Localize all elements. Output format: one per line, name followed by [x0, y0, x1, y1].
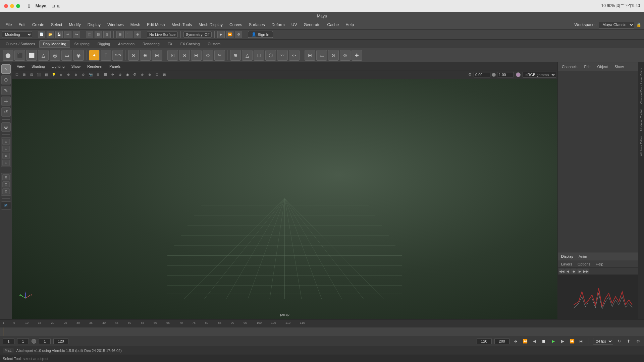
- vp-gamma-select[interactable]: sRGB gamma: [523, 72, 556, 78]
- snap-grid-btn[interactable]: ⊞: [116, 31, 124, 38]
- snap-curve-btn[interactable]: ⌒: [125, 31, 132, 38]
- vp-grid-btn[interactable]: ⊞: [95, 71, 101, 78]
- layer-nav-first-btn[interactable]: ◀◀: [559, 268, 565, 274]
- shelf-torus-icon[interactable]: ◎: [50, 50, 60, 61]
- shelf-tab-fx[interactable]: FX: [164, 40, 176, 48]
- undo-btn[interactable]: ↩: [64, 31, 71, 38]
- playback-btn-prev-frame[interactable]: ◀: [531, 338, 538, 345]
- shelf-disk-icon[interactable]: ◉: [73, 50, 84, 61]
- playback-btn-next-key[interactable]: ⏩: [569, 338, 575, 345]
- menu-windows[interactable]: Windows: [105, 22, 126, 28]
- shelf-cut-icon[interactable]: ✂: [214, 50, 225, 61]
- menu-uv[interactable]: UV: [289, 22, 300, 28]
- select-by-component-btn[interactable]: ⊡: [95, 31, 102, 38]
- ipr-btn[interactable]: ⏩: [226, 31, 233, 38]
- menu-mesh-display[interactable]: Mesh Display: [196, 22, 225, 28]
- vp-paint-btn[interactable]: ⊗: [117, 71, 123, 78]
- menu-edit-mesh[interactable]: Edit Mesh: [144, 22, 167, 28]
- vp-shaded-btn[interactable]: ⬛: [36, 71, 42, 78]
- playback-btn-jump-start[interactable]: ⏮: [512, 338, 519, 345]
- vp-resolve-btn[interactable]: ◉: [124, 71, 131, 78]
- new-scene-btn[interactable]: 📄: [38, 31, 45, 38]
- snap-group-btn-3[interactable]: ⊠: [2, 188, 10, 194]
- mac-close-btn[interactable]: [4, 4, 8, 8]
- vp-img-planes-btn[interactable]: ⊠: [161, 71, 168, 78]
- snap-group-btn-1[interactable]: ⊞: [2, 174, 10, 180]
- shelf-smooth-icon[interactable]: ≋: [230, 50, 241, 61]
- shelf-cone-icon[interactable]: △: [38, 50, 49, 61]
- shelf-split-icon[interactable]: ⊜: [203, 50, 213, 61]
- channels-tab[interactable]: Channels: [560, 64, 579, 69]
- menu-mesh-tools[interactable]: Mesh Tools: [169, 22, 195, 28]
- sign-in-btn[interactable]: 👤 Sign In: [248, 31, 273, 38]
- channel-box-label[interactable]: Channel Box / Layer Editor: [639, 65, 644, 107]
- layer-nav-last-btn[interactable]: ▶▶: [583, 268, 589, 274]
- vp-bookmark-btn[interactable]: ⊕: [146, 71, 153, 78]
- vp-menu-lighting[interactable]: Lighting: [49, 64, 67, 69]
- shelf-crease-icon[interactable]: 〰: [277, 50, 288, 61]
- help-tab[interactable]: Help: [594, 261, 605, 267]
- vp-lighting-btn[interactable]: 💡: [50, 71, 57, 78]
- menu-create[interactable]: Create: [30, 22, 47, 28]
- edit-tab[interactable]: Edit: [583, 64, 592, 69]
- viewport-canvas[interactable]: .grid-line { stroke: #5a6e5a; stroke-wid…: [12, 79, 557, 319]
- vp-textured-btn[interactable]: ▤: [43, 71, 50, 78]
- vp-time-btn[interactable]: ⏱: [131, 71, 138, 78]
- range-start-input[interactable]: [39, 338, 51, 344]
- soft-select-btn[interactable]: ⊞: [2, 139, 10, 145]
- shelf-merge-icon[interactable]: ⊟: [191, 50, 202, 61]
- fps-select[interactable]: 24 fps: [593, 338, 613, 345]
- shelf-wrap-icon[interactable]: ⌓: [316, 50, 327, 61]
- menu-edit[interactable]: Edit: [16, 22, 28, 28]
- shelf-text-icon[interactable]: T: [101, 50, 111, 61]
- vp-near-clip-input[interactable]: [474, 72, 490, 77]
- render-btn[interactable]: ▶: [217, 31, 225, 38]
- show-tab[interactable]: Show: [613, 64, 625, 69]
- shelf-retopo-icon[interactable]: ⬡: [265, 50, 276, 61]
- select-by-hierarchy-btn[interactable]: ⬚: [86, 31, 93, 38]
- total-frames-input[interactable]: [494, 338, 509, 344]
- shelf-triangulate-icon[interactable]: △: [242, 50, 253, 61]
- menu-display[interactable]: Display: [85, 22, 103, 28]
- save-btn[interactable]: 💾: [55, 31, 63, 38]
- shelf-tab-custom[interactable]: Custom: [204, 40, 224, 48]
- menu-surfaces[interactable]: Surfaces: [246, 22, 267, 28]
- layers-tab[interactable]: Layers: [560, 261, 574, 267]
- vp-extra-btn[interactable]: ⊡: [154, 71, 160, 78]
- shelf-plane-icon[interactable]: ▭: [61, 50, 72, 61]
- tile-icon[interactable]: ⊟: [52, 4, 55, 8]
- vp-select-btn[interactable]: ☐: [13, 71, 20, 78]
- lasso-tool-btn[interactable]: ✎: [1, 86, 11, 95]
- rotate-tool-btn[interactable]: ↺: [1, 107, 11, 117]
- playback-btn-play[interactable]: ▶: [550, 338, 556, 345]
- range-end-with-indicator[interactable]: [53, 338, 68, 344]
- shelf-combine-icon[interactable]: ⊗: [128, 50, 139, 61]
- loop-btn[interactable]: ↻: [616, 338, 623, 345]
- shelf-tab-fx-caching[interactable]: FX Caching: [177, 40, 203, 48]
- mac-minimize-btn[interactable]: [10, 4, 14, 8]
- vp-hud-btn[interactable]: ☰: [102, 71, 109, 78]
- mode-dropdown[interactable]: Modeling: [2, 31, 32, 38]
- anim-tab[interactable]: Anim: [577, 254, 588, 259]
- paint-select-btn[interactable]: ⊛: [103, 31, 111, 38]
- vp-shadow-btn[interactable]: ◈: [58, 71, 64, 78]
- symmetry-btn[interactable]: Symmetry: Off: [183, 32, 212, 38]
- vp-menu-renderer[interactable]: Renderer: [85, 64, 105, 69]
- fullscreen-icon[interactable]: ⊞: [57, 4, 60, 8]
- menu-deform[interactable]: Deform: [269, 22, 287, 28]
- vp-isolate-btn[interactable]: ⊘: [139, 71, 146, 78]
- shelf-quad-icon[interactable]: □: [254, 50, 264, 61]
- display-tab[interactable]: Display: [560, 254, 575, 259]
- snap-point-btn[interactable]: ⊕: [134, 31, 141, 38]
- shelf-bridge-icon[interactable]: ⊡: [167, 50, 178, 61]
- shelf-svg-icon[interactable]: SVG: [112, 50, 123, 61]
- shelf-tab-rendering[interactable]: Rendering: [139, 40, 163, 48]
- playback-btn-jump-end[interactable]: ⏭: [578, 338, 585, 345]
- vp-wireframe-btn[interactable]: ⊡: [28, 71, 35, 78]
- workspace-dropdown[interactable]: Maya Classic: [599, 21, 634, 28]
- shelf-lattice-icon[interactable]: ⊞: [305, 50, 315, 61]
- select-tool-btn[interactable]: ↖: [1, 64, 11, 74]
- shelf-tab-curves-surfaces[interactable]: Curves / Surfaces: [2, 40, 39, 48]
- layer-nav-prev-btn[interactable]: ◀: [565, 268, 571, 274]
- open-btn[interactable]: 📂: [47, 31, 54, 38]
